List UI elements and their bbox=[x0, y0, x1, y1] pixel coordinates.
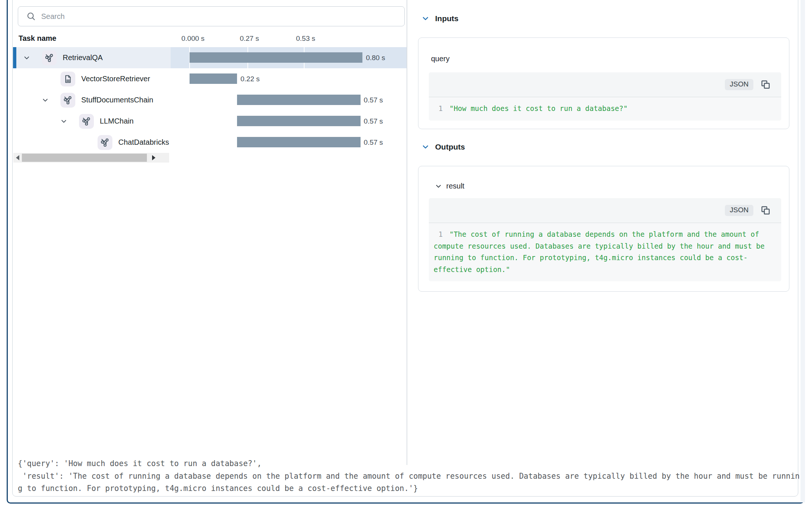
span-timeline-cell: 0.57 s bbox=[171, 89, 407, 111]
query-value: "How much does it cost to run a database… bbox=[449, 104, 627, 112]
copy-button[interactable] bbox=[760, 79, 771, 90]
duration-bar[interactable] bbox=[190, 73, 237, 84]
horizontal-scrollbar[interactable] bbox=[13, 153, 169, 163]
span-timeline-cell: 0.22 s bbox=[171, 68, 407, 89]
span-name-cell[interactable]: VectorStoreRetriever bbox=[13, 68, 171, 89]
span-timeline-cell: 0.80 s bbox=[171, 47, 407, 68]
span-type-icon-frame bbox=[60, 93, 75, 108]
horizontal-scrollbar-thumb[interactable] bbox=[22, 154, 147, 162]
query-code-block: JSON 1"How much does it cost to run a da… bbox=[429, 72, 781, 121]
trace-span-row[interactable]: VectorStoreRetriever 0.22 s bbox=[13, 68, 407, 89]
span-type-icon-frame bbox=[60, 72, 75, 86]
expand-chevron-icon[interactable] bbox=[42, 97, 60, 104]
json-format-badge[interactable]: JSON bbox=[725, 79, 753, 90]
search-input[interactable] bbox=[41, 12, 404, 21]
result-value: "The cost of running a database depends … bbox=[434, 230, 769, 273]
span-name: RetrievalQA bbox=[63, 53, 103, 62]
inputs-section-header[interactable]: Inputs bbox=[422, 14, 458, 23]
duration-label: 0.57 s bbox=[364, 132, 383, 153]
duration-label: 0.57 s bbox=[364, 111, 383, 132]
span-type-icon-frame bbox=[42, 50, 57, 65]
chain-icon bbox=[45, 53, 54, 63]
search-box[interactable] bbox=[18, 6, 405, 26]
span-name-cell[interactable]: RetrievalQA bbox=[13, 47, 171, 68]
trace-span-row[interactable]: RetrievalQA 0.80 s bbox=[13, 47, 407, 68]
span-name: VectorStoreRetriever bbox=[81, 75, 150, 83]
duration-label: 0.22 s bbox=[240, 68, 260, 89]
expand-chevron-icon[interactable] bbox=[60, 118, 79, 125]
chain-icon bbox=[100, 138, 110, 147]
span-timeline-cell: 0.57 s bbox=[171, 132, 407, 153]
duration-bar[interactable] bbox=[190, 52, 362, 63]
gantt-header: Task name 0.000 s0.27 s0.53 s bbox=[13, 33, 407, 47]
copy-icon bbox=[760, 205, 771, 216]
code-header: JSON bbox=[429, 198, 781, 223]
line-number: 1 bbox=[438, 104, 443, 112]
trace-span-row[interactable]: LLMChain 0.57 s bbox=[13, 111, 407, 132]
copy-icon bbox=[760, 79, 771, 90]
result-code-block: JSON 1"The cost of running a database de… bbox=[429, 198, 781, 281]
outputs-section-title: Outputs bbox=[435, 143, 465, 151]
duration-bar[interactable] bbox=[237, 95, 360, 105]
duration-bar[interactable] bbox=[237, 116, 360, 126]
span-name-cell[interactable]: ChatDatabricks bbox=[13, 132, 171, 153]
span-name: StuffDocumentsChain bbox=[81, 96, 153, 104]
chevron-down-icon[interactable] bbox=[422, 15, 429, 22]
trace-span-row[interactable]: StuffDocumentsChain 0.57 s bbox=[13, 89, 407, 111]
duration-bar[interactable] bbox=[237, 137, 360, 147]
result-card: result JSON 1"The cost of running a data… bbox=[418, 166, 789, 292]
outputs-section-header[interactable]: Outputs bbox=[422, 143, 465, 151]
query-card: query JSON 1"How much does it cost to ru… bbox=[418, 37, 789, 129]
result-code-content: 1"The cost of running a database depends… bbox=[429, 223, 781, 281]
span-rows: RetrievalQA 0.80 s bbox=[13, 47, 407, 153]
task-name-column-header: Task name bbox=[19, 34, 56, 43]
line-number: 1 bbox=[438, 230, 443, 238]
axis-tick-label: 0.000 s bbox=[181, 35, 204, 43]
inputs-section-title: Inputs bbox=[435, 14, 458, 23]
duration-label: 0.57 s bbox=[364, 89, 383, 111]
chain-icon bbox=[63, 95, 73, 105]
query-code-content: 1"How much does it cost to run a databas… bbox=[429, 97, 781, 121]
chain-icon bbox=[82, 117, 91, 126]
result-field-header[interactable]: result bbox=[435, 182, 789, 190]
chevron-down-icon[interactable] bbox=[435, 183, 442, 190]
span-name: LLMChain bbox=[100, 117, 134, 125]
span-name: ChatDatabricks bbox=[118, 138, 169, 147]
query-field-label: query bbox=[431, 55, 789, 63]
stdout-text: {'query': 'How much does it cost to run … bbox=[18, 458, 802, 495]
code-header: JSON bbox=[429, 72, 781, 97]
span-name-cell[interactable]: StuffDocumentsChain bbox=[13, 89, 171, 111]
duration-label: 0.80 s bbox=[366, 47, 385, 68]
expand-chevron-icon[interactable] bbox=[23, 55, 42, 61]
axis-tick-label: 0.27 s bbox=[240, 35, 259, 43]
chevron-down-icon[interactable] bbox=[422, 143, 429, 151]
scroll-left-arrow-icon[interactable] bbox=[16, 155, 19, 160]
axis-tick-label: 0.53 s bbox=[296, 35, 315, 43]
search-icon bbox=[26, 12, 36, 21]
json-format-badge[interactable]: JSON bbox=[725, 205, 753, 216]
result-field-label: result bbox=[446, 182, 464, 190]
span-type-icon-frame bbox=[79, 114, 94, 129]
span-type-icon-frame bbox=[98, 135, 112, 150]
copy-button[interactable] bbox=[760, 205, 771, 216]
selection-accent-bar bbox=[13, 47, 16, 68]
span-details-panel: Inputs query JSON 1"How much does it cos… bbox=[407, 0, 799, 465]
scroll-right-arrow-icon[interactable] bbox=[152, 155, 155, 160]
trace-tree-panel: Task name 0.000 s0.27 s0.53 s bbox=[13, 0, 407, 465]
vertical-scrollbar[interactable] bbox=[801, 0, 805, 502]
span-name-cell[interactable]: LLMChain bbox=[13, 111, 171, 132]
trace-span-row[interactable]: ChatDatabricks 0.57 s bbox=[13, 132, 407, 153]
span-timeline-cell: 0.57 s bbox=[171, 111, 407, 132]
document-icon bbox=[63, 74, 73, 84]
